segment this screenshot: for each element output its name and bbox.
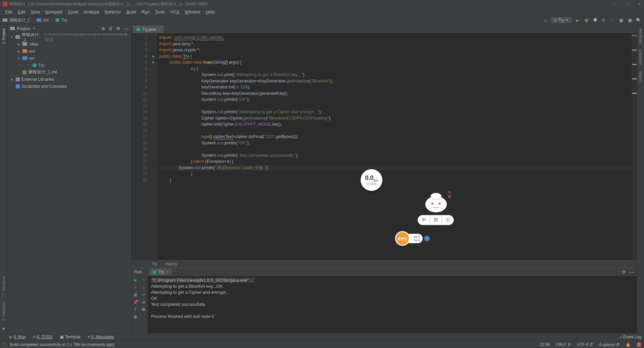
rerun-button[interactable]: ▶ (133, 277, 138, 283)
exit-button[interactable]: ⤴ (133, 307, 138, 312)
close-button[interactable]: ✕ (638, 2, 641, 7)
run-gutter-icon[interactable]: ▶ (150, 59, 157, 66)
svg-point-1 (431, 203, 433, 205)
profile-button[interactable]: ↻ (601, 17, 606, 23)
ime-pill-zh[interactable]: 中 (418, 215, 430, 225)
menu-build[interactable]: Build (124, 9, 139, 14)
layout-button[interactable]: ▦ (619, 17, 624, 23)
trash-button[interactable]: 🗑 (133, 314, 138, 320)
status-crlf[interactable]: CRLF ⇵ (556, 342, 571, 347)
window-toggle-icon[interactable]: ▢ (3, 342, 6, 347)
editor-tab-try[interactable]: Try.java × (133, 25, 164, 33)
tool-maven[interactable]: Maven (639, 71, 643, 82)
code-editor[interactable]: import com.mysql.cj.util.LogUtils; impor… (157, 33, 632, 260)
left-tool-strip: 1: Project 7: Structure 2: Favorites ★ (0, 24, 7, 333)
tree-iml[interactable]: 课程设计_1.iml (7, 69, 131, 76)
tool-structure[interactable]: 7: Structure (2, 276, 6, 295)
softwrap-button[interactable]: ↩ (141, 292, 146, 297)
gear-icon[interactable]: ⚙ (116, 26, 120, 31)
layout2-button[interactable]: ▣ (627, 17, 633, 23)
plus-icon[interactable]: + (424, 235, 430, 241)
gear-icon[interactable]: ⚙ (622, 269, 626, 275)
pin-button[interactable]: 📌 (133, 299, 138, 305)
run-config-selector[interactable]: Try ▼ (551, 17, 572, 23)
menu-analyze[interactable]: Analyze (81, 9, 102, 14)
folder-icon (3, 18, 7, 22)
event-log[interactable]: ○ Event Log (620, 335, 641, 339)
crumb-project[interactable]: 课程设计_1 (9, 17, 30, 23)
debug-button[interactable]: ⬢ (584, 17, 589, 23)
menu-vcs[interactable]: VCS (168, 9, 182, 14)
console-output[interactable]: "C:\Program Files\Java\jdk1.8.0_202\bin\… (148, 276, 637, 333)
run-tool-window: Run: Try × ⚙ — ▶ ■ ⊞ 📌 ⤴ 🗑 (131, 268, 637, 333)
tree-external[interactable]: ▶External Libraries (7, 76, 131, 83)
stop-button[interactable]: ■ (610, 17, 615, 23)
run-gutter-icon[interactable]: ▶ (150, 53, 157, 60)
tool-project[interactable]: 1: Project (2, 28, 6, 44)
status-indent[interactable]: 4 spaces ⇵ (599, 342, 620, 347)
ime-pill-jian[interactable]: 简 (430, 215, 442, 225)
tool-run[interactable]: ▶ 4: Run (9, 335, 25, 339)
status-time: 22:59 (540, 342, 550, 347)
structure-crumb[interactable]: main() (165, 262, 177, 266)
build-button[interactable]: ↘ (542, 17, 547, 23)
tree-root[interactable]: ▼ 课程设计_1 C:\Users\Administrator\eclipse-… (7, 33, 131, 41)
tool-messages[interactable]: ≡ 0: Messages (88, 335, 114, 339)
project-panel: Project ▼ ⊕ ⇵ ⚙ — ▼ 课程设计_1 C:\Users\Admi… (7, 24, 131, 333)
up-button[interactable]: ↑ (141, 277, 146, 283)
project-panel-title: Project (17, 26, 30, 31)
ime-pill-shirt[interactable]: 👕 (442, 215, 454, 225)
tree-scratches[interactable]: Scratches and Consoles (7, 83, 131, 90)
hide-icon[interactable]: — (124, 26, 128, 31)
hide-icon[interactable]: — (629, 269, 634, 275)
crumb-file[interactable]: Try (61, 18, 67, 22)
gutter-icons: ▶ ▶ (150, 33, 157, 260)
coverage-button[interactable]: ⛊ (592, 17, 598, 23)
print-button[interactable]: 🖶 (141, 307, 146, 312)
menu-view[interactable]: View (28, 9, 43, 14)
overview-ruler[interactable] (632, 33, 637, 260)
search-button[interactable]: 🔍 (636, 17, 641, 23)
tool-todo[interactable]: ≡ 6: TODO (33, 335, 53, 339)
maximize-button[interactable]: ▢ (626, 2, 630, 7)
menu-code[interactable]: Code (65, 9, 81, 14)
tree-out[interactable]: ▶out (7, 48, 131, 55)
svg-text:电: 电 (448, 191, 451, 194)
down-button[interactable]: ↓ (141, 285, 146, 290)
tool-ant[interactable]: Ant Build (639, 28, 643, 43)
minimize-button[interactable]: — (613, 2, 618, 7)
stop-button[interactable]: ■ (133, 285, 138, 290)
status-encoding[interactable]: UTF-8 ⇵ (577, 342, 593, 347)
tool-terminal[interactable]: ▣ Terminal (60, 335, 80, 339)
ime-widget[interactable]: 电 脑 中 简 👕 (418, 188, 456, 226)
menu-edit[interactable]: Edit (15, 9, 28, 14)
crumb-src[interactable]: src (43, 18, 49, 22)
menu-run[interactable]: Run (139, 9, 152, 14)
status-message: Build completed successfully in 2 s 768 … (10, 342, 114, 347)
menu-refactor[interactable]: Refactor (102, 9, 124, 14)
menu-window[interactable]: Window (182, 9, 203, 14)
run-tab[interactable]: Try × (149, 269, 171, 275)
tool-favorites[interactable]: 2: Favorites (2, 301, 6, 321)
tool-database[interactable]: Database (639, 49, 643, 65)
error-indicator[interactable]: ! (637, 342, 641, 347)
target-icon[interactable]: ⊕ (101, 26, 105, 31)
structure-crumb[interactable]: Try (152, 262, 157, 266)
scroll-button[interactable]: ⇊ (141, 299, 146, 305)
folder-icon (37, 18, 41, 22)
tree-try[interactable]: Try (7, 62, 131, 69)
run-button[interactable]: ▶ (575, 17, 580, 23)
app-icon (3, 2, 7, 6)
network-speed-widget[interactable]: 0.0B/s +0.0B/s (361, 169, 382, 191)
star-icon[interactable]: ★ (2, 327, 5, 331)
lock-icon[interactable]: 🔒 (626, 342, 631, 347)
close-tab-icon[interactable]: × (158, 27, 160, 31)
collapse-icon[interactable]: ⇵ (109, 26, 113, 31)
menu-navigate[interactable]: Navigate (43, 9, 65, 14)
performance-widget[interactable]: 83% ↑0K/s ↓0K/s + (395, 231, 430, 246)
menu-help[interactable]: Help (203, 9, 217, 14)
tree-src[interactable]: ▼src (7, 55, 131, 62)
menu-tools[interactable]: Tools (152, 9, 168, 14)
menu-file[interactable]: File (3, 9, 15, 14)
layout-button[interactable]: ⊞ (133, 292, 138, 297)
